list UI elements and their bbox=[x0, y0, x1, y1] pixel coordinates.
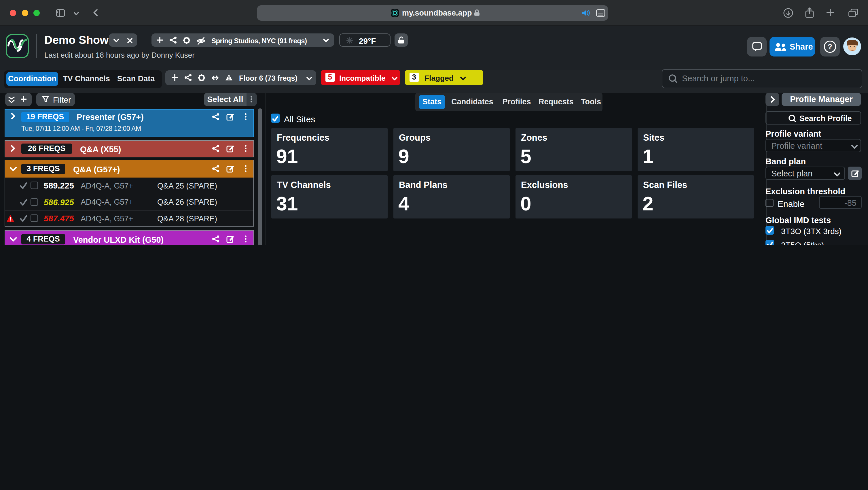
svg-text:?: ? bbox=[828, 42, 832, 51]
